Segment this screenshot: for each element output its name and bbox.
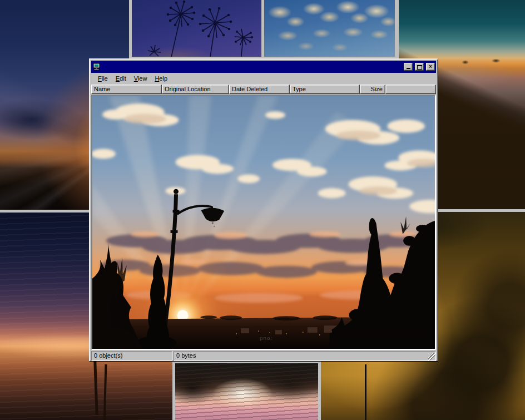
plant-silhouettes-drawing [132,0,261,57]
column-header-type[interactable]: Type [290,85,360,94]
blue-sky-clouds-photo [264,0,395,57]
maximize-icon [417,65,422,70]
titlebar[interactable]: × [91,61,436,73]
status-bytes-text: 0 bytes [176,352,196,359]
desktop: { "colors": { "titlebar": "#000080", "wi… [0,0,525,420]
photo-watermark: pno: [260,335,273,341]
menu-item-view[interactable]: View [130,74,151,83]
golden-pole-silhouette [365,364,366,420]
lagoon-pole-silhouette [93,362,98,415]
column-header-date-deleted[interactable]: Date Deleted [229,85,290,94]
resize-grip-icon[interactable] [428,353,435,360]
water-reflection-photo [175,363,319,420]
minimize-icon [407,68,410,69]
menu-item-edit[interactable]: Edit [112,74,130,83]
column-header-size[interactable]: Size [360,85,385,94]
close-button[interactable]: × [426,63,435,71]
recycle-bin-window: × File Edit View Help Name Original Loca… [89,58,438,362]
minimize-button[interactable] [404,63,413,71]
column-header-row: Name Original Location Date Deleted Type… [91,85,436,94]
status-bar: 0 object(s) 0 bytes [91,351,436,361]
list-view[interactable]: pno: [91,95,436,350]
desktop-photo-tile-water-reflection [172,360,321,420]
maximize-button[interactable] [415,63,424,71]
column-header-original-location[interactable]: Original Location [162,85,229,94]
sunset-lamp-photo: pno: [92,96,435,349]
column-header-name[interactable]: Name [91,85,162,94]
lagoon-pole-silhouette [103,364,107,420]
desktop-photo-tile-blue-sky-clouds [261,0,398,60]
status-bytes-panel: 0 bytes [174,351,436,361]
column-header-blank[interactable] [385,85,436,94]
desktop-photo-tile-plant-silhouettes [129,0,264,60]
menu-item-help[interactable]: Help [151,74,171,83]
computer-icon[interactable] [92,62,101,71]
status-objects-panel: 0 object(s) [91,351,172,361]
menu-item-file[interactable]: File [94,74,112,83]
menubar: File Edit View Help [91,73,436,84]
close-icon: × [427,63,434,70]
